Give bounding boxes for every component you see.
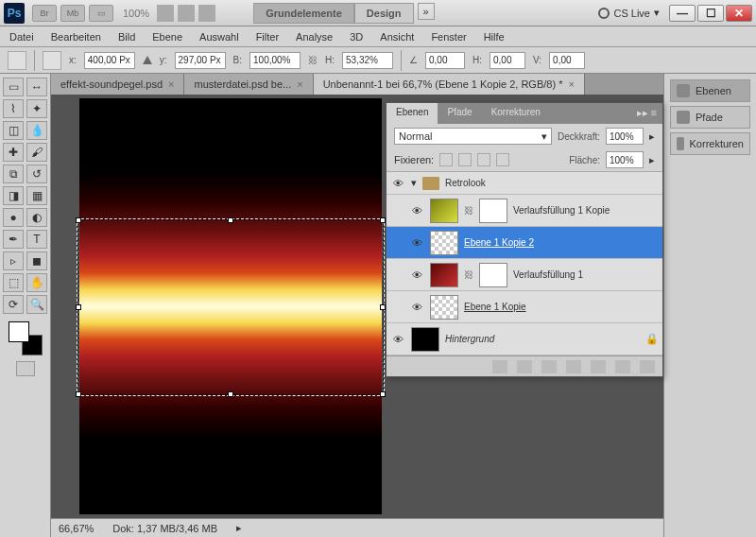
panel-more-icon[interactable]: ▸▸ ≡	[631, 103, 662, 124]
pen-tool[interactable]: ✒	[3, 230, 24, 249]
extras-icon[interactable]	[157, 5, 174, 22]
close-icon[interactable]: ×	[568, 78, 574, 90]
hand-tool[interactable]: ✋	[26, 273, 47, 292]
layer-group[interactable]: 👁 ▾ Retrolook	[387, 172, 662, 195]
layer-thumb[interactable]	[411, 327, 439, 352]
menu-datei[interactable]: Datei	[9, 31, 34, 43]
group-name[interactable]: Retrolook	[445, 178, 486, 188]
side-ebenen[interactable]: Ebenen	[670, 79, 750, 102]
eyedropper-tool[interactable]: 💧	[26, 121, 47, 140]
tab-pfade[interactable]: Pfade	[438, 103, 481, 124]
window-minimize-button[interactable]: —	[669, 5, 696, 22]
new-layer-button[interactable]	[615, 360, 630, 373]
menu-ansicht[interactable]: Ansicht	[380, 31, 414, 43]
tab-korrekturen[interactable]: Korrekturen	[482, 103, 550, 124]
layer-name[interactable]: Ebene 1 Kopie 2	[464, 237, 534, 248]
side-pfade[interactable]: Pfade	[670, 106, 750, 129]
marquee-tool[interactable]: ▭	[3, 78, 24, 96]
eye-icon[interactable]: 👁	[409, 235, 424, 251]
h-input[interactable]: 53,32%	[342, 52, 393, 69]
3d-tool[interactable]: ⬚	[3, 273, 24, 292]
w-input[interactable]: 100,00%	[249, 52, 301, 69]
mask-thumb[interactable]	[479, 199, 507, 223]
layer-thumb[interactable]	[430, 231, 458, 255]
eye-icon[interactable]: 👁	[409, 300, 424, 315]
wand-tool[interactable]: ✦	[26, 99, 47, 118]
layer-name[interactable]: Hintergrund	[445, 334, 494, 344]
mask-thumb[interactable]	[479, 263, 507, 287]
menu-bearbeiten[interactable]: Bearbeiten	[51, 31, 101, 43]
crop-tool[interactable]: ◫	[3, 121, 24, 140]
fg-swatch[interactable]	[9, 321, 29, 342]
menu-3d[interactable]: 3D	[350, 31, 363, 43]
blend-mode-select[interactable]: Normal▾	[394, 128, 552, 145]
menu-ebene[interactable]: Ebene	[152, 31, 182, 43]
workspace-more-button[interactable]: »	[418, 3, 435, 20]
path-tool[interactable]: ▹	[3, 251, 24, 270]
minibridge-button[interactable]: Mb	[60, 5, 85, 22]
mask-button[interactable]	[541, 360, 557, 373]
layer-row[interactable]: 👁 Ebene 1 Kopie	[387, 291, 662, 323]
doc-tab-1[interactable]: musterdatei.psd be...×	[184, 74, 313, 95]
status-zoom[interactable]: 66,67%	[59, 523, 94, 534]
layer-bg[interactable]: 👁 Hintergrund 🔒	[387, 323, 662, 355]
close-icon[interactable]: ×	[168, 78, 174, 90]
layer-row-selected[interactable]: 👁 Ebene 1 Kopie 2	[387, 227, 662, 259]
guides-icon[interactable]	[198, 5, 215, 22]
fill-input[interactable]: 100%	[606, 151, 644, 168]
x-input[interactable]: 400,00 Px	[84, 52, 135, 69]
type-tool[interactable]: T	[26, 230, 47, 249]
layer-name[interactable]: Verlaufsfüllung 1 Kopie	[513, 205, 610, 216]
angle-input[interactable]: 0,00	[425, 52, 465, 69]
transform-box[interactable]	[77, 219, 384, 395]
lasso-tool[interactable]: ⌇	[3, 99, 24, 118]
group-button[interactable]	[591, 360, 606, 373]
dodge-tool[interactable]: ◐	[26, 208, 47, 227]
blur-tool[interactable]: ●	[3, 208, 24, 227]
lock-transparent-button[interactable]	[439, 153, 453, 166]
layer-thumb[interactable]	[430, 263, 458, 287]
layer-row[interactable]: 👁 ⛓ Verlaufsfüllung 1	[387, 259, 662, 291]
eye-icon[interactable]: 👁	[390, 332, 405, 347]
fx-button[interactable]	[517, 360, 532, 373]
link-layers-button[interactable]	[492, 360, 507, 373]
status-arrow-icon[interactable]: ▸	[236, 522, 242, 534]
brush-tool[interactable]: 🖌	[26, 143, 47, 162]
link-wh-icon[interactable]: ⛓	[308, 55, 318, 65]
move-tool[interactable]: ↔	[26, 78, 47, 96]
menu-filter[interactable]: Filter	[256, 31, 279, 43]
color-swatches[interactable]	[9, 321, 43, 355]
doc-tab-0[interactable]: effekt-soundpegel.psd×	[51, 74, 184, 95]
eye-icon[interactable]: 👁	[409, 203, 424, 218]
opacity-arrow-icon[interactable]: ▸	[649, 130, 655, 143]
gradient-tool[interactable]: ▦	[26, 186, 47, 205]
menu-analyse[interactable]: Analyse	[296, 31, 333, 43]
rotate-tool[interactable]: ⟳	[3, 295, 24, 314]
stamp-tool[interactable]: ⧉	[3, 165, 24, 183]
workspace-design[interactable]: Design	[354, 3, 414, 24]
top-zoom[interactable]: 100%	[123, 8, 149, 19]
reference-point-button[interactable]	[43, 51, 61, 70]
opacity-input[interactable]: 100%	[606, 128, 644, 145]
cslive[interactable]: CS Live ▾	[598, 7, 660, 19]
layers-panel[interactable]: Ebenen Pfade Korrekturen ▸▸ ≡ Normal▾ De…	[386, 102, 663, 377]
layer-row[interactable]: 👁 ⛓ Verlaufsfüllung 1 Kopie	[387, 195, 662, 227]
side-korrekturen[interactable]: Korrekturen	[670, 132, 750, 155]
shape-tool[interactable]: ◼	[26, 251, 47, 270]
tool-preset-button[interactable]	[8, 51, 26, 70]
window-close-button[interactable]: ✕	[726, 5, 752, 22]
workspace-grundelemente[interactable]: Grundelemente	[253, 3, 354, 24]
adjustment-button[interactable]	[566, 360, 581, 373]
fill-arrow-icon[interactable]: ▸	[649, 154, 655, 166]
screen-mode-button[interactable]: ▭	[89, 5, 113, 22]
tab-ebenen[interactable]: Ebenen	[387, 103, 438, 124]
window-maximize-button[interactable]: ☐	[697, 5, 724, 22]
lock-all-button[interactable]	[496, 153, 509, 166]
lock-position-button[interactable]	[477, 153, 490, 166]
quickmask-button[interactable]	[16, 361, 35, 376]
layer-thumb[interactable]	[430, 295, 458, 320]
hskew-input[interactable]: 0,00	[490, 52, 525, 69]
eye-icon[interactable]: 👁	[390, 176, 405, 191]
zoom-tool[interactable]: 🔍	[26, 295, 47, 314]
doc-tab-2[interactable]: Unbenannt-1 bei 66,7% (Ebene 1 Kopie 2, …	[314, 74, 585, 95]
